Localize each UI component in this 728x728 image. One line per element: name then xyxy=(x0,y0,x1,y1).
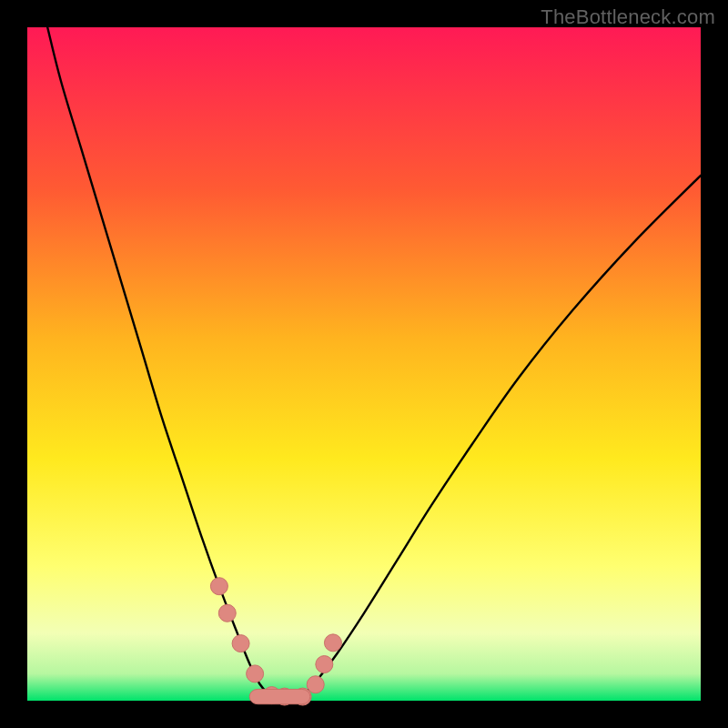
data-marker-8 xyxy=(316,656,333,673)
data-marker-0 xyxy=(210,578,228,595)
data-marker-2 xyxy=(232,635,249,652)
data-marker-7 xyxy=(307,676,324,693)
plot-background xyxy=(27,27,701,701)
bottleneck-chart xyxy=(0,0,728,728)
bottom-connector-bar xyxy=(249,689,310,703)
data-marker-9 xyxy=(324,634,341,652)
data-marker-1 xyxy=(218,604,236,622)
watermark-text: TheBottleneck.com xyxy=(541,5,715,29)
data-marker-3 xyxy=(247,665,264,682)
chart-stage: TheBottleneck.com xyxy=(0,0,728,728)
